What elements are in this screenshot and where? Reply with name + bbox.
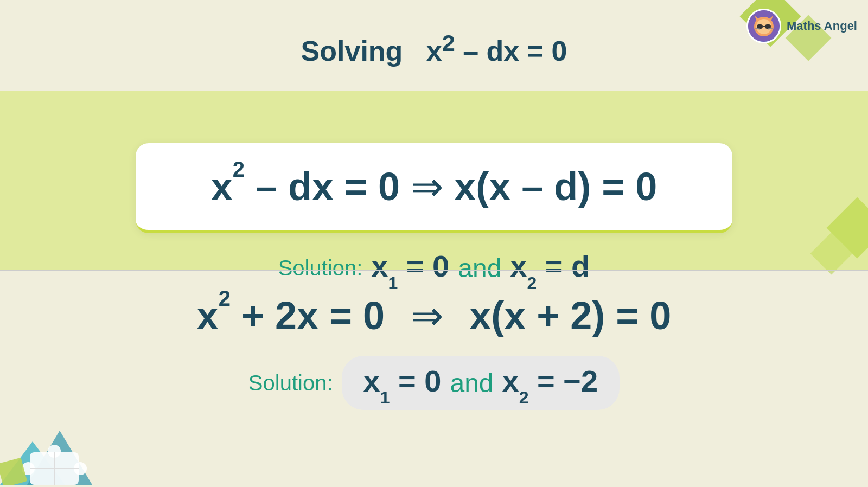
arrow-1: ⇒ [411,164,443,209]
equation-box-1: x2 – dx = 0 ⇒ x(x – d) = 0 [136,143,732,233]
solution-label-2: Solution: [248,371,333,395]
solution-box-2: x1 = 0 and x2 = −2 [342,356,620,410]
logo-text: Maths Angel [787,19,857,33]
equation-left-1: x2 – dx = 0 [211,164,400,209]
solution-math-2a: x1 = 0 [363,363,442,402]
logo-icon [746,9,781,43]
arrow-2: ⇒ [411,293,443,338]
equation-right-1: x(x – d) = 0 [454,164,657,209]
equation-left-2: x2 + 2x = 0 [197,293,385,338]
solution-line-2: Solution: x1 = 0 and x2 = −2 [248,356,620,410]
section-divider [0,270,868,271]
equation-right-2: x(x + 2) = 0 [469,293,671,338]
section-2: x2 + 2x = 0 ⇒ x(x + 2) = 0 Solution: x1 … [0,277,868,410]
solution-and-2: and [450,368,493,398]
page-title: Solving x2 – dx = 0 [0,0,868,67]
equation-line-2: x2 + 2x = 0 ⇒ x(x + 2) = 0 [197,293,672,338]
solution-math-2b: x2 = −2 [502,363,598,402]
logo-area: Maths Angel [746,9,857,43]
